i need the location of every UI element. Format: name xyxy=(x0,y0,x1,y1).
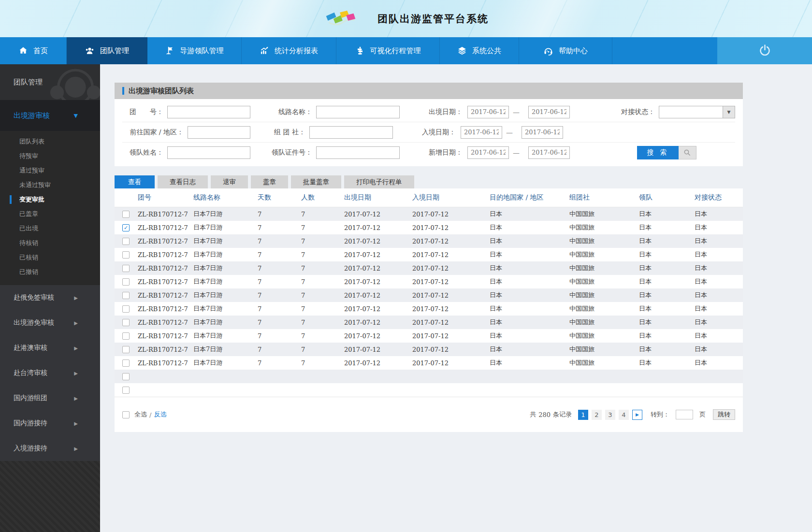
table-row[interactable]: ZL-RB170712-7 日本7日游 7 7 2017-07-12 2017-… xyxy=(115,316,743,329)
app-header: 团队出游监管平台系统 xyxy=(0,0,812,37)
agency-label: 组 团 社： xyxy=(250,128,305,137)
caret-right-icon: ▶ xyxy=(74,345,78,351)
tab-stamp[interactable]: 盖章 xyxy=(251,175,288,188)
sidebar-section-outbound-review[interactable]: 出境游审核 ▼ xyxy=(0,100,100,131)
tab-batch-stamp[interactable]: 批量盖章 xyxy=(291,175,341,188)
table-row[interactable]: ZL-RB170712-7 日本7日游 7 7 2017-07-12 2017-… xyxy=(115,329,743,343)
table-row[interactable]: ZL-RB170712-7 日本7日游 7 7 2017-07-12 2017-… xyxy=(115,207,743,221)
sidebar-item-writtenoff[interactable]: 已核销 xyxy=(0,250,100,265)
added-date-to-input[interactable] xyxy=(528,146,570,159)
chart-icon xyxy=(260,46,269,56)
table-row[interactable] xyxy=(115,383,743,397)
tab-return-review[interactable]: 退审 xyxy=(211,175,248,188)
leader-name-label: 领队姓名： xyxy=(122,148,163,157)
page-button-4[interactable]: 4 xyxy=(619,410,629,420)
sidebar-group-taiwan[interactable]: 赴台湾审核▶ xyxy=(0,360,100,386)
caret-right-icon: ▶ xyxy=(74,295,78,301)
entry-date-from-input[interactable] xyxy=(461,126,502,139)
table-cell: 中国国旅 xyxy=(569,316,639,329)
goto-page-input[interactable] xyxy=(676,410,693,419)
row-checkbox[interactable] xyxy=(122,359,130,367)
table-row[interactable]: ZL-RB170712-7 日本7日游 7 7 2017-07-12 2017-… xyxy=(115,248,743,261)
row-checkbox[interactable] xyxy=(122,278,130,286)
next-page-button[interactable]: ▶ xyxy=(632,410,642,420)
select-all-label[interactable]: 全选 xyxy=(134,410,147,419)
table-row[interactable]: ZL-RB170712-7 日本7日游 7 7 2017-07-12 2017-… xyxy=(115,356,743,370)
row-checkbox[interactable] xyxy=(122,346,130,353)
row-checkbox[interactable] xyxy=(122,373,130,380)
row-checkbox[interactable] xyxy=(122,319,130,326)
sidebar-item-pending-precheck[interactable]: 待预审 xyxy=(0,149,100,163)
table-cell xyxy=(344,370,412,383)
added-date-from-input[interactable] xyxy=(467,146,509,159)
leader-id-input[interactable] xyxy=(316,146,400,159)
row-checkbox[interactable] xyxy=(122,251,130,259)
tab-print-itinerary[interactable]: 打印电子行程单 xyxy=(344,175,414,188)
row-checkbox[interactable] xyxy=(122,387,130,394)
nav-item-help-center[interactable]: 帮助中心 xyxy=(519,37,612,64)
page-button-2[interactable]: 2 xyxy=(592,410,602,420)
sidebar-item-passed-precheck[interactable]: 通过预审 xyxy=(0,163,100,178)
logout-button[interactable] xyxy=(717,37,812,64)
agency-input[interactable] xyxy=(309,126,393,139)
nav-item-itinerary-management[interactable]: 可视化行程管理 xyxy=(336,37,440,64)
sidebar-group-hk-macau[interactable]: 赴港澳审核▶ xyxy=(0,335,100,360)
nav-item-system-public[interactable]: 系统公共 xyxy=(440,37,519,64)
sidebar-item-revoked[interactable]: 已撤销 xyxy=(0,265,100,279)
table-cell: ZL-RB170712-7 xyxy=(138,329,193,343)
sidebar-group-russia-visafree[interactable]: 赴俄免签审核▶ xyxy=(0,285,100,310)
nav-item-home[interactable]: 首页 xyxy=(0,37,67,64)
sidebar-group-domestic-organize[interactable]: 国内游组团▶ xyxy=(0,386,100,411)
sidebar-item-pending-writeoff[interactable]: 待核销 xyxy=(0,236,100,250)
sidebar-group-inbound-reception[interactable]: 入境游接待▶ xyxy=(0,436,100,461)
table-row[interactable]: ZL-RB170712-7 日本7日游 7 7 2017-07-12 2017-… xyxy=(115,234,743,248)
country-input[interactable] xyxy=(188,126,250,139)
row-checkbox[interactable] xyxy=(122,224,130,231)
select-all-checkbox[interactable] xyxy=(122,411,130,418)
status-select[interactable]: ▼ xyxy=(659,106,735,118)
jump-button[interactable]: 跳转 xyxy=(713,409,735,420)
sidebar-item-failed-precheck[interactable]: 未通过预审 xyxy=(0,178,100,192)
sidebar-group-domestic-reception[interactable]: 国内游接待▶ xyxy=(0,411,100,436)
page-button-3[interactable]: 3 xyxy=(605,410,615,420)
search-icon[interactable] xyxy=(679,146,696,159)
depart-date-to-input[interactable] xyxy=(528,106,570,118)
entry-date-to-input[interactable] xyxy=(522,126,563,139)
row-checkbox[interactable] xyxy=(122,305,130,313)
tab-view-log[interactable]: 查看日志 xyxy=(158,175,208,188)
row-checkbox[interactable] xyxy=(122,332,130,340)
table-cell: 日本 xyxy=(695,316,743,329)
brand: 团队出游监管平台系统 xyxy=(323,9,489,29)
table-cell: 中国国旅 xyxy=(569,356,639,370)
tab-view[interactable]: 查看 xyxy=(115,175,155,188)
sidebar-item-stamped[interactable]: 已盖章 xyxy=(0,207,100,221)
nav-item-statistics-reports[interactable]: 统计分析报表 xyxy=(242,37,336,64)
table-row[interactable]: ZL-RB170712-7 日本7日游 7 7 2017-07-12 2017-… xyxy=(115,261,743,275)
row-checkbox[interactable] xyxy=(122,292,130,299)
leader-name-input[interactable] xyxy=(167,146,250,159)
table-row[interactable]: ZL-RB170712-7 日本7日游 7 7 2017-07-12 2017-… xyxy=(115,221,743,234)
nav-item-guide-management[interactable]: 导游领队管理 xyxy=(147,37,242,64)
team-no-input[interactable] xyxy=(167,106,250,118)
sidebar-item-change-approval[interactable]: 变更审批 xyxy=(0,192,100,207)
route-input[interactable] xyxy=(316,106,400,118)
row-checkbox[interactable] xyxy=(122,211,130,218)
sidebar-group-outbound-exempt[interactable]: 出境游免审核▶ xyxy=(0,310,100,335)
table-row[interactable]: ZL-RB170712-7 日本7日游 7 7 2017-07-12 2017-… xyxy=(115,343,743,356)
table-row[interactable]: ZL-RB170712-7 日本7日游 7 7 2017-07-12 2017-… xyxy=(115,302,743,316)
column-header: 组团社 xyxy=(569,188,639,207)
invert-selection-link[interactable]: 反选 xyxy=(154,410,166,419)
page-button-1[interactable]: 1 xyxy=(578,410,588,420)
table-cell: 日本 xyxy=(695,207,743,221)
sidebar-item-team-list[interactable]: 团队列表 xyxy=(0,134,100,149)
search-button[interactable]: 搜 索 xyxy=(637,146,679,159)
row-checkbox[interactable] xyxy=(122,238,130,245)
table-row[interactable]: ZL-RB170712-7 日本7日游 7 7 2017-07-12 2017-… xyxy=(115,288,743,302)
depart-date-from-input[interactable] xyxy=(467,106,509,118)
table-row[interactable]: ZL-RB170712-7 日本7日游 7 7 2017-07-12 2017-… xyxy=(115,275,743,288)
table-row[interactable] xyxy=(115,370,743,383)
row-checkbox[interactable] xyxy=(122,265,130,272)
sidebar-title-label: 团队管理 xyxy=(14,78,43,87)
sidebar-item-departed[interactable]: 已出境 xyxy=(0,221,100,236)
nav-item-team-management[interactable]: 团队管理 xyxy=(67,37,147,64)
